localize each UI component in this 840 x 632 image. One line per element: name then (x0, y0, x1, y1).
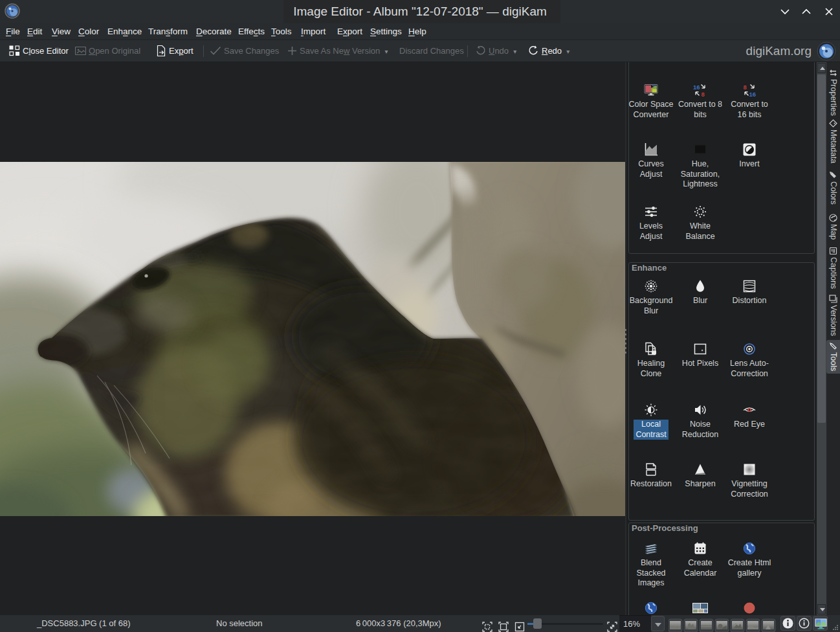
svg-text:16: 16 (749, 91, 757, 98)
svg-text:8: 8 (702, 91, 705, 98)
svg-text:8: 8 (744, 84, 747, 91)
svg-text:16: 16 (693, 84, 700, 91)
